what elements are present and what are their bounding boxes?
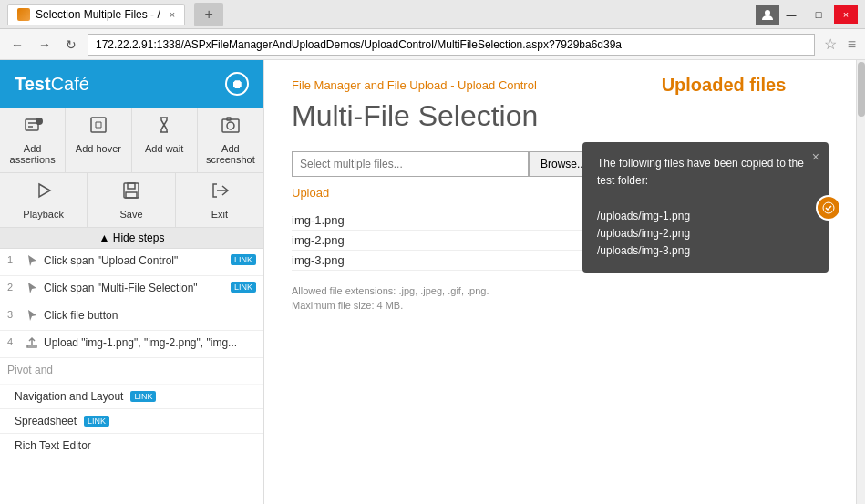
sidebar-item-nav-layout[interactable]: Navigation and Layout LINK: [0, 385, 263, 409]
nav-label: Pivot and: [7, 364, 256, 378]
svg-point-8: [227, 122, 234, 129]
step-number: 4: [7, 336, 20, 347]
playback-label: Playback: [23, 209, 64, 220]
step-item[interactable]: 2 Click span "Multi-File Selection" LINK: [0, 276, 263, 303]
rich-text-label: Rich Text Editor: [15, 439, 91, 452]
step-number: 1: [7, 254, 20, 265]
svg-marker-10: [39, 184, 50, 197]
scrollbar-track: [856, 60, 865, 504]
back-btn[interactable]: ←: [7, 36, 27, 54]
step-item[interactable]: 4 Upload "img-1.png", "img-2.png", "img.…: [0, 331, 263, 358]
forward-btn[interactable]: →: [35, 36, 55, 54]
uploaded-files-panel: Uploaded files: [601, 60, 847, 103]
svg-rect-12: [128, 183, 135, 189]
save-btn[interactable]: Save: [88, 173, 175, 227]
step-text: Upload "img-1.png", "img-2.png", "img...: [44, 336, 256, 351]
scrollbar-thumb[interactable]: [858, 62, 865, 117]
sidebar-header: TestCafé ⏺: [0, 60, 263, 108]
add-hover-label: Add hover: [76, 143, 121, 154]
playback-icon: [34, 180, 54, 205]
logo-bold: Test: [15, 74, 51, 94]
exit-icon: [210, 180, 230, 205]
toolbar-row1: + Add assertions Add hover: [0, 108, 263, 173]
step-upload-icon: [26, 336, 38, 352]
step-badge: LINK: [231, 282, 256, 293]
svg-rect-14: [27, 345, 36, 347]
main-area: TestCafé ⏺ + Add assertions: [0, 60, 865, 504]
step-text: Click span "Multi-File Selection": [44, 282, 225, 296]
nav-label: Navigation and Layout: [15, 390, 123, 403]
step-cursor-icon: [26, 282, 38, 297]
file-name: img-3.png: [292, 253, 345, 267]
add-wait-label: Add wait: [145, 143, 183, 154]
notification-text: The following files have been copied to …: [597, 157, 804, 187]
new-tab-btn[interactable]: +: [194, 3, 223, 26]
notification-file-2: /uploads/img-2.png: [597, 227, 690, 240]
minimize-btn[interactable]: —: [779, 5, 803, 24]
address-input[interactable]: [88, 34, 815, 56]
step-badge: LINK: [231, 254, 256, 265]
add-wait-btn[interactable]: Add wait: [132, 108, 198, 172]
svg-rect-7: [222, 119, 239, 132]
notification-close-btn[interactable]: ×: [812, 149, 819, 164]
step-number: 3: [7, 309, 20, 320]
page-content: File Manager and File Upload - Upload Co…: [264, 60, 856, 504]
file-name: img-1.png: [292, 213, 345, 227]
steps-list: 1 Click span "Upload Control" LINK 2 Cli…: [0, 249, 263, 504]
sidebar-record-btn[interactable]: ⏺: [225, 72, 249, 96]
file-input[interactable]: [292, 151, 529, 177]
toolbar-row2: Playback Save: [0, 173, 263, 228]
testcafe-logo: TestCafé: [15, 74, 89, 95]
browser-menu-btn[interactable]: ≡: [846, 35, 858, 55]
spreadsheet-label: Spreadsheet: [15, 415, 77, 427]
notification-icon: [816, 195, 841, 221]
title-bar: Selection Multiple Files - / × + — □ ×: [0, 0, 865, 29]
add-hover-icon: [88, 115, 108, 139]
allowed-extensions: Allowed file extensions: .jpg, .jpeg, .g…: [292, 285, 829, 296]
tab-favicon: [17, 8, 30, 21]
svg-point-0: [765, 10, 770, 15]
address-bar: ← → ↻ ☆ ≡: [0, 29, 865, 60]
window-controls: — □ ×: [779, 5, 858, 24]
save-icon: [121, 180, 141, 205]
add-hover-btn[interactable]: Add hover: [66, 108, 131, 172]
svg-text:+: +: [36, 119, 40, 125]
browser-tab[interactable]: Selection Multiple Files - / ×: [7, 4, 185, 25]
step-text: Click span "Upload Control": [44, 254, 225, 269]
close-btn[interactable]: ×: [834, 5, 858, 24]
step-number: 2: [7, 282, 20, 293]
sidebar-item-rich-text[interactable]: Rich Text Editor: [0, 434, 263, 458]
testcafe-sidebar: TestCafé ⏺ + Add assertions: [0, 60, 264, 504]
add-screenshot-btn[interactable]: Add screenshot: [198, 108, 263, 172]
playback-btn[interactable]: Playback: [0, 173, 88, 227]
step-cursor-icon: [26, 254, 38, 270]
svg-rect-6: [91, 118, 106, 132]
notification-box: × The following files have been copied t…: [582, 142, 829, 273]
title-bar-left: Selection Multiple Files - / × +: [7, 3, 756, 26]
sidebar-item-spreadsheet[interactable]: Spreadsheet LINK: [0, 409, 263, 434]
file-name: img-2.png: [292, 233, 345, 247]
notification-file-1: /uploads/img-1.png: [597, 210, 690, 222]
notification-file-3: /uploads/img-3.png: [597, 244, 690, 257]
add-screenshot-label: Add screenshot: [201, 143, 260, 165]
tab-label: Selection Multiple Files - /: [36, 8, 160, 21]
hide-steps-btn[interactable]: ▲ Hide steps: [0, 228, 263, 249]
exit-btn[interactable]: Exit: [176, 173, 263, 227]
nav-badge: LINK: [130, 391, 156, 402]
svg-rect-13: [126, 192, 137, 198]
add-assertions-icon: +: [23, 115, 43, 139]
tab-close-btn[interactable]: ×: [170, 9, 175, 20]
add-assertions-btn[interactable]: + Add assertions: [0, 108, 66, 172]
bookmark-btn[interactable]: ☆: [822, 34, 839, 55]
nav-badge: LINK: [84, 416, 109, 427]
add-assertions-label: Add assertions: [4, 143, 61, 165]
maximize-btn[interactable]: □: [807, 5, 830, 24]
uploaded-files-title: Uploaded files: [601, 60, 847, 103]
user-icon: [756, 5, 779, 25]
save-label: Save: [119, 209, 142, 220]
pivot-and-item[interactable]: Pivot and: [0, 358, 263, 385]
step-item[interactable]: 1 Click span "Upload Control" LINK: [0, 249, 263, 276]
step-item[interactable]: 3 Click file button: [0, 303, 263, 331]
exit-label: Exit: [211, 209, 228, 220]
refresh-btn[interactable]: ↻: [62, 36, 80, 54]
